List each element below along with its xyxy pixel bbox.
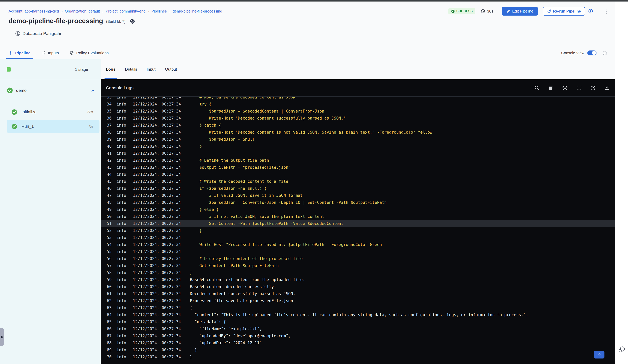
log-line-45[interactable]: 45info12/12/2024, 00:27:34 # Write the d… [101,178,615,185]
breadcrumb-link[interactable]: Pipelines [151,9,167,13]
tab-input[interactable]: Input [147,59,156,79]
log-line-39[interactable]: 39info12/12/2024, 00:27:34 $parsedJson =… [101,136,615,143]
arrow-up-icon [597,353,601,357]
log-message: # Define the output file path [190,157,269,164]
breadcrumb-link[interactable]: Account: app-harness-ng-cicd [8,9,59,13]
log-line-50[interactable]: 50info12/12/2024, 00:27:34 # If not vali… [101,213,615,220]
open-in-new-icon[interactable] [590,85,596,91]
build-id: (Build Id: 7) [106,19,126,24]
log-line-54[interactable]: 54info12/12/2024, 00:27:34 Write-Host "P… [101,241,615,248]
log-line-58[interactable]: 58info12/12/2024, 00:27:34} [101,269,615,276]
tab-output[interactable]: Output [165,59,177,79]
log-line-66[interactable]: 66info12/12/2024, 00:27:34 "fileName": "… [101,325,615,333]
log-line-56[interactable]: 56info12/12/2024, 00:27:34 # Display the… [101,255,615,262]
log-line-33[interactable]: 33info12/12/2024, 00:27:34 # Now, parse … [101,97,615,101]
log-line-67[interactable]: 67info12/12/2024, 00:27:34 "uploadedBy":… [101,333,615,340]
log-line-34[interactable]: 34info12/12/2024, 00:27:34 try { [101,101,615,108]
log-line-number: 51 [106,220,112,227]
breadcrumb-link[interactable]: Project: community-eng [106,9,146,13]
step-row-initialize[interactable]: Initialize23s [7,105,99,119]
copy-icon[interactable] [548,85,554,91]
log-timestamp: 12/12/2024, 00:27:34 [133,269,181,276]
stage-status-square[interactable] [7,67,11,72]
log-timestamp: 12/12/2024, 00:27:34 [133,192,181,199]
log-line-60[interactable]: 60info12/12/2024, 00:27:34Base64 content… [101,283,615,290]
log-timestamp: 12/12/2024, 00:27:34 [133,157,181,164]
fullscreen-icon[interactable] [576,85,582,91]
tab-inputs[interactable]: Inputs [41,47,59,59]
log-line-69[interactable]: 69info12/12/2024, 00:27:34 } [101,347,615,354]
log-line-65[interactable]: 65info12/12/2024, 00:27:34 "metadata": { [101,318,615,325]
log-line-40[interactable]: 40info12/12/2024, 00:27:34 } [101,143,615,150]
rerun-pipeline-button[interactable]: Re-run Pipeline [543,7,585,15]
log-line-49[interactable]: 49info12/12/2024, 00:27:34 } else { [101,206,615,213]
scroll-to-top-button[interactable] [594,351,605,359]
step-row-run_1[interactable]: Run_15s [7,120,99,133]
edit-pipeline-button[interactable]: Edit Pipeline [502,7,538,15]
log-line-64[interactable]: 64info12/12/2024, 00:27:34 "content": "T… [101,311,615,318]
log-line-42[interactable]: 42info12/12/2024, 00:27:34 # Define the … [101,157,615,164]
log-timestamp: 12/12/2024, 00:27:34 [133,150,181,157]
log-message: "metadata": { [190,318,226,325]
log-line-68[interactable]: 68info12/12/2024, 00:27:34 "uploadDate":… [101,340,615,347]
log-level: info [117,283,127,290]
rerun-info-icon[interactable] [588,9,593,14]
breadcrumb-separator: › [100,9,106,13]
sidebar-expand-handle[interactable] [0,328,4,346]
tab-pipeline[interactable]: Pipeline [8,47,31,59]
chevron-up-icon[interactable] [90,88,95,93]
settings-icon[interactable] [562,85,568,91]
log-message: "content": "This is the uploaded file's … [190,311,528,318]
log-line-44[interactable]: 44info12/12/2024, 00:27:34 [101,171,615,178]
console-log-scroll-area[interactable]: 33info12/12/2024, 00:27:34 # Now, parse … [101,97,615,364]
log-line-number: 54 [106,241,112,248]
log-line-47[interactable]: 47info12/12/2024, 00:27:34 # If valid JS… [101,192,615,199]
log-line-41[interactable]: 41info12/12/2024, 00:27:34 [101,150,615,157]
download-icon[interactable] [604,85,610,91]
log-line-number: 56 [106,255,112,262]
log-line-70[interactable]: 70info12/12/2024, 00:27:34} [101,354,615,361]
step-duration: 5s [89,124,93,129]
log-line-43[interactable]: 43info12/12/2024, 00:27:34 $outputFilePa… [101,164,615,171]
log-level: info [117,241,127,248]
log-line-61[interactable]: 61info12/12/2024, 00:27:34Decoded conten… [101,290,615,297]
log-line-59[interactable]: 59info12/12/2024, 00:27:34Base64 content… [101,276,615,283]
more-options-button[interactable] [605,8,607,15]
console-view-toggle[interactable] [587,51,597,55]
console-panel: Console Logs 33info12/12/2024, 00:27:34 … [101,79,615,364]
log-timestamp: 12/12/2024, 00:27:34 [133,311,181,318]
log-line-number: 62 [106,297,112,304]
log-line-number: 44 [106,171,112,178]
log-level: info [117,97,127,101]
stage-row-demo[interactable]: demo [0,80,101,101]
log-line-51[interactable]: 51info12/12/2024, 00:27:34 Set-Content -… [101,220,615,227]
log-timestamp: 12/12/2024, 00:27:34 [133,276,181,283]
search-icon[interactable] [534,85,540,91]
log-line-63[interactable]: 63info12/12/2024, 00:27:34{ [101,304,615,311]
log-line-38[interactable]: 38info12/12/2024, 00:27:34 Write-Host "D… [101,129,615,136]
log-line-36[interactable]: 36info12/12/2024, 00:27:34 Write-Host "D… [101,115,615,122]
console-view-info-icon[interactable] [603,51,607,55]
tab-details[interactable]: Details [125,59,137,79]
support-chat-icon[interactable] [617,345,626,354]
breadcrumb-link[interactable]: Organization: default [65,9,100,13]
log-line-48[interactable]: 48info12/12/2024, 00:27:34 $parsedJson |… [101,199,615,206]
log-line-46[interactable]: 46info12/12/2024, 00:27:34 if ($parsedJs… [101,185,615,192]
step-name: Initialize [21,110,36,114]
log-line-55[interactable]: 55info12/12/2024, 00:27:34 [101,248,615,255]
tab-logs[interactable]: Logs [106,59,115,79]
log-line-37[interactable]: 37info12/12/2024, 00:27:34 } catch { [101,122,615,129]
log-line-53[interactable]: 53info12/12/2024, 00:27:34 [101,234,615,241]
log-message: Write-Host "Processed file saved at: $ou… [190,241,382,248]
log-line-35[interactable]: 35info12/12/2024, 00:27:34 $parsedJson =… [101,108,615,115]
log-level: info [117,108,127,115]
breadcrumb-link[interactable]: demo-pipeline-file-processing [172,9,222,13]
step-list: Initialize23sRun_15s [0,101,101,137]
policy-icon [70,51,74,55]
log-line-57[interactable]: 57info12/12/2024, 00:27:34 Get-Content -… [101,262,615,269]
log-line-52[interactable]: 52info12/12/2024, 00:27:34 } [101,227,615,234]
log-level: info [117,213,127,220]
console-toolbar [534,85,610,91]
tab-policy-evaluations[interactable]: Policy Evaluations [70,47,109,59]
log-line-62[interactable]: 62info12/12/2024, 00:27:34Processed file… [101,297,615,304]
